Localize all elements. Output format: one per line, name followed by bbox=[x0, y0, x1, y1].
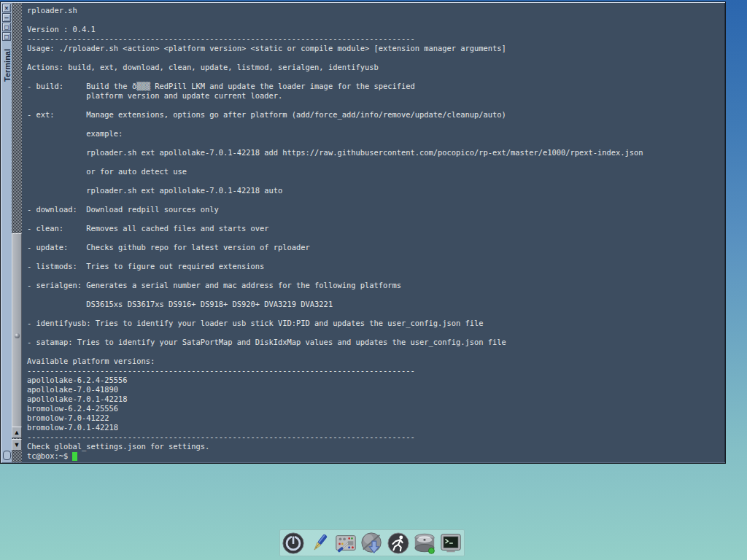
scrollbar[interactable]: ▲ ▼ bbox=[12, 3, 22, 462]
scrollbar-thumb[interactable] bbox=[12, 233, 22, 438]
terminal-window: × – □ □ Terminal ▲ ▼ rploader.sh Version… bbox=[0, 1, 726, 464]
zoom-button[interactable]: □ bbox=[2, 32, 11, 41]
terminal-output: rploader.sh Version : 0.4.1 ------------… bbox=[22, 3, 725, 451]
maximize-button[interactable]: □ bbox=[2, 23, 11, 31]
desktop: { "desktop": { "wallpaper": { "top_color… bbox=[0, 0, 747, 560]
window-title: Terminal bbox=[3, 49, 12, 82]
control-panel-icon[interactable] bbox=[333, 531, 358, 556]
shade-button[interactable]: – bbox=[2, 13, 11, 22]
text-cursor bbox=[72, 452, 77, 461]
pen-editor-icon[interactable] bbox=[307, 531, 332, 556]
shell-prompt: tc@box:~$ bbox=[27, 451, 68, 461]
window-titlebar[interactable]: × – □ □ Terminal bbox=[1, 3, 12, 462]
scroll-down-button[interactable]: ▼ bbox=[12, 439, 22, 451]
iconify-button[interactable] bbox=[3, 451, 11, 460]
scroll-up-button[interactable]: ▲ bbox=[12, 427, 22, 438]
dock bbox=[279, 529, 465, 556]
close-button[interactable]: × bbox=[2, 4, 11, 12]
scrollbar-dimple bbox=[15, 333, 20, 338]
terminal-content[interactable]: rploader.sh Version : 0.4.1 ------------… bbox=[22, 3, 725, 462]
run-apps-icon[interactable] bbox=[386, 531, 411, 556]
terminal-icon[interactable] bbox=[438, 531, 463, 556]
mount-tool-icon[interactable] bbox=[412, 531, 437, 556]
apps-download-icon[interactable] bbox=[360, 531, 384, 556]
power-exit-icon[interactable] bbox=[281, 531, 306, 556]
prompt-line: tc@box:~$ bbox=[22, 451, 725, 461]
